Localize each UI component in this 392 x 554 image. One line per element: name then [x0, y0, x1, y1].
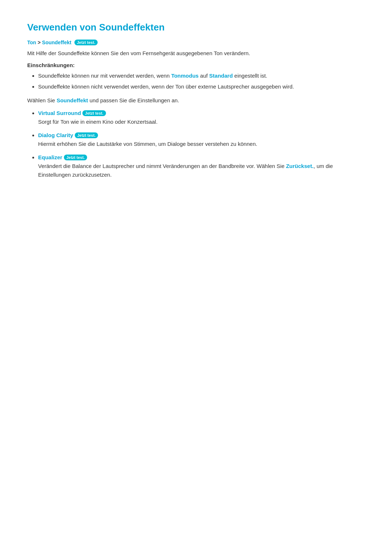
feature-item-dialog-clarity: Dialog Clarity Jetzt test. Hiermit erhöh… — [38, 132, 365, 148]
breadcrumb-ton[interactable]: Ton — [27, 40, 36, 45]
feature-virtual-surround-name[interactable]: Virtual Surround — [38, 110, 81, 116]
restriction-1-standard: Standard — [209, 73, 233, 79]
select-text: Wählen Sie Soundeffekt und passen Sie di… — [27, 96, 365, 105]
select-text-after: und passen Sie die Einstellungen an. — [88, 97, 179, 103]
intro-text: Mit Hilfe der Soundeffekte können Sie de… — [27, 49, 365, 58]
feature-item-virtual-surround: Virtual Surround Jetzt test. Sorgt für T… — [38, 110, 365, 126]
equalizer-zurueckset-link[interactable]: Zurückset. — [286, 163, 314, 169]
page-title: Verwenden von Soundeffekten — [27, 22, 365, 33]
feature-dialog-clarity-name[interactable]: Dialog Clarity — [38, 132, 73, 138]
feature-virtual-surround-desc: Sorgt für Ton wie in einem Kino oder Kon… — [38, 118, 365, 126]
restriction-1-tonmodus: Tonmodus — [171, 73, 199, 79]
restriction-item-2: Soundeffekte können nicht verwendet werd… — [38, 82, 365, 91]
restriction-1-text-after: eingestellt ist. — [233, 73, 267, 79]
restrictions-list: Soundeffekte können nur mit verwendet we… — [27, 71, 365, 91]
select-soundeffekt-link[interactable]: Soundeffekt — [57, 97, 88, 103]
restriction-1-text-mid: auf — [199, 73, 209, 79]
breadcrumb-separator: > — [38, 40, 41, 45]
select-text-before: Wählen Sie — [27, 97, 57, 103]
restriction-item-1: Soundeffekte können nur mit verwendet we… — [38, 71, 365, 81]
equalizer-desc-before: Verändert die Balance der Lautsprecher u… — [38, 163, 286, 169]
features-list: Virtual Surround Jetzt test. Sorgt für T… — [27, 110, 365, 179]
feature-item-equalizer: Equalizer Jetzt test. Verändert die Bala… — [38, 154, 365, 179]
restriction-1-text-before: Soundeffekte können nur mit verwendet we… — [38, 73, 171, 79]
feature-equalizer-badge[interactable]: Jetzt test. — [64, 155, 87, 160]
feature-dialog-clarity-desc: Hiermit erhöhen Sie die Lautstärke von S… — [38, 140, 365, 148]
feature-dialog-clarity-badge[interactable]: Jetzt test. — [75, 132, 98, 138]
restrictions-label: Einschränkungen: — [27, 62, 365, 68]
feature-virtual-surround-badge[interactable]: Jetzt test. — [82, 110, 106, 116]
breadcrumb: Ton > Soundeffekt Jetzt test. — [27, 40, 365, 45]
feature-equalizer-name[interactable]: Equalizer — [38, 154, 62, 160]
breadcrumb-jetzt-test-badge[interactable]: Jetzt test. — [74, 40, 98, 45]
feature-equalizer-desc: Verändert die Balance der Lautsprecher u… — [38, 162, 365, 179]
breadcrumb-soundeffekt[interactable]: Soundeffekt — [42, 40, 72, 45]
